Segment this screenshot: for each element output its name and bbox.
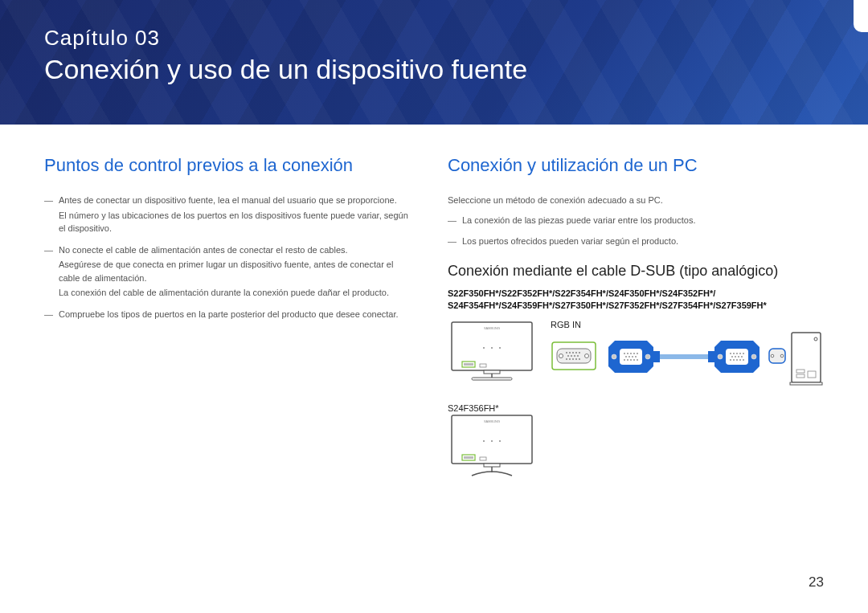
svg-rect-8: [484, 370, 500, 374]
svg-point-70: [735, 356, 736, 358]
svg-point-42: [645, 354, 650, 359]
svg-rect-61: [726, 349, 748, 365]
cable-diagram: RGB IN: [551, 320, 824, 387]
svg-point-28: [575, 352, 577, 353]
right-bullet-2-text: Los puertos ofrecidos pueden variar segú…: [462, 235, 824, 248]
svg-point-15: [499, 440, 501, 442]
svg-point-66: [736, 353, 738, 354]
svg-point-46: [633, 353, 635, 354]
connection-diagram: SAMSUNG S24F356FH* SAM: [448, 320, 824, 479]
right-bullet-1-text: La conexión de las piezas puede variar e…: [462, 214, 824, 227]
rgb-in-label: RGB IN: [551, 320, 824, 329]
svg-rect-59: [708, 351, 714, 362]
svg-point-68: [743, 353, 744, 354]
chapter-label: Capítulo 03: [44, 26, 527, 51]
models-line-2: S24F354FH*/S24F359FH*/S27F350FH*/S27F352…: [448, 300, 824, 312]
subheading-dsub: Conexión mediante el cable D-SUB (tipo a…: [448, 263, 824, 280]
right-intro: Seleccione un método de conexión adecuad…: [448, 194, 824, 207]
svg-rect-19: [484, 464, 500, 467]
note-2-line-1: No conecte el cable de alimentación ante…: [59, 243, 412, 257]
svg-point-80: [780, 354, 784, 358]
dash-icon: ―: [44, 308, 54, 321]
svg-point-75: [736, 359, 738, 361]
svg-point-55: [633, 359, 635, 361]
svg-point-76: [739, 359, 741, 361]
svg-point-45: [630, 353, 632, 354]
svg-point-50: [632, 356, 633, 358]
svg-rect-86: [790, 382, 822, 385]
svg-point-67: [739, 353, 741, 354]
svg-point-27: [572, 352, 574, 353]
svg-point-52: [624, 359, 625, 361]
svg-point-13: [483, 440, 485, 442]
svg-point-14: [491, 440, 493, 442]
svg-point-64: [730, 353, 731, 354]
svg-point-74: [733, 359, 735, 361]
svg-point-65: [733, 353, 735, 354]
dash-icon: ―: [448, 214, 457, 227]
svg-point-31: [571, 355, 572, 357]
note-1: ― Antes de conectar un dispositivo fuent…: [44, 194, 412, 235]
svg-point-71: [738, 356, 739, 358]
svg-rect-6: [464, 363, 473, 366]
note-2-line-2: Asegúrese de que conecta en primer lugar…: [59, 258, 412, 284]
svg-point-49: [628, 356, 630, 358]
svg-point-37: [575, 358, 577, 360]
model-list: S22F350FH*/S22F352FH*/S22F354FH*/S24F350…: [448, 288, 824, 313]
manual-page: Capítulo 03 Conexión y uso de un disposi…: [0, 0, 868, 613]
svg-rect-81: [792, 333, 821, 382]
svg-point-3: [491, 347, 493, 349]
monitor-back-icon: SAMSUNG: [448, 320, 536, 384]
svg-point-72: [741, 356, 743, 358]
note-2: ― No conecte el cable de alimentación an…: [44, 243, 412, 300]
right-bullet-1: ― La conexión de las piezas puede variar…: [448, 214, 824, 227]
svg-point-36: [572, 358, 574, 360]
svg-point-47: [637, 353, 638, 354]
svg-point-38: [579, 358, 580, 360]
svg-point-73: [730, 359, 731, 361]
svg-point-79: [771, 354, 774, 358]
svg-rect-58: [660, 354, 708, 359]
page-number: 23: [809, 574, 824, 591]
note-3: ― Compruebe los tipos de puertos en la p…: [44, 308, 412, 321]
svg-point-43: [624, 353, 625, 354]
dash-icon: ―: [448, 235, 457, 248]
svg-point-34: [566, 358, 567, 360]
right-column: Conexión y utilización de un PC Seleccio…: [448, 155, 824, 479]
chapter-title: Conexión y uso de un dispositivo fuente: [44, 54, 527, 85]
svg-point-44: [627, 353, 628, 354]
svg-rect-17: [464, 456, 473, 459]
left-heading: Puntos de control previos a la conexión: [44, 155, 412, 176]
page-curl-icon: [854, 0, 868, 32]
note-1-line-2: El número y las ubicaciones de los puert…: [59, 209, 412, 235]
svg-point-24: [585, 354, 589, 358]
content-columns: Puntos de control previos a la conexión …: [0, 125, 868, 479]
svg-point-62: [718, 354, 723, 359]
right-bullet-2: ― Los puertos ofrecidos pueden variar se…: [448, 235, 824, 248]
note-3-line-1: Compruebe los tipos de puertos en la par…: [59, 308, 412, 321]
svg-text:SAMSUNG: SAMSUNG: [484, 419, 500, 423]
svg-point-35: [569, 358, 571, 360]
monitor2-label: S24F356FH*: [448, 403, 536, 413]
chapter-banner: Capítulo 03 Conexión y uso de un disposi…: [0, 0, 868, 125]
svg-point-2: [483, 347, 485, 349]
svg-rect-40: [620, 349, 642, 365]
models-line-1: S22F350FH*/S22F352FH*/S22F354FH*/S24F350…: [448, 288, 824, 300]
svg-point-4: [499, 347, 501, 349]
svg-point-69: [731, 356, 733, 358]
svg-text:SAMSUNG: SAMSUNG: [484, 326, 500, 330]
svg-rect-9: [472, 378, 512, 380]
svg-point-77: [743, 359, 744, 361]
svg-point-48: [625, 356, 627, 358]
svg-point-29: [579, 352, 580, 353]
banner-text: Capítulo 03 Conexión y uso de un disposi…: [44, 26, 527, 85]
svg-point-54: [630, 359, 632, 361]
dash-icon: ―: [44, 243, 54, 300]
monitor-illustrations: SAMSUNG S24F356FH* SAM: [448, 320, 536, 479]
svg-point-56: [637, 359, 638, 361]
svg-point-32: [574, 355, 575, 357]
svg-point-33: [577, 355, 579, 357]
svg-point-25: [566, 352, 567, 353]
dsub-cable-icon: [551, 331, 824, 387]
svg-point-41: [612, 354, 616, 359]
